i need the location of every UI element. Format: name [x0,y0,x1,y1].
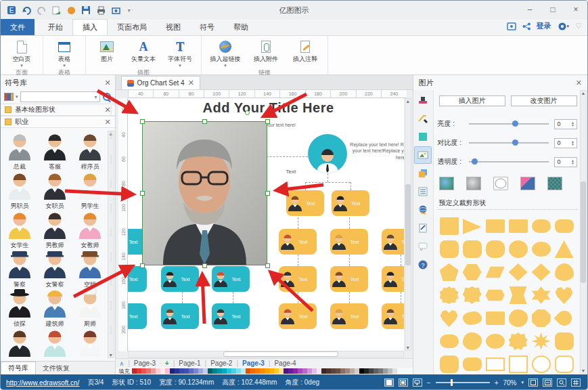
transparency-spinbox[interactable]: 0▲▼ [554,157,577,167]
presentation-view-button[interactable] [413,378,422,387]
crop-shape-flower[interactable] [463,286,482,304]
tab-symbols[interactable]: 符号 [190,19,224,35]
color-swatch[interactable] [298,368,302,374]
crop-shape-star6[interactable] [532,286,551,304]
diagram-title[interactable]: Add Your Title Here [187,100,350,116]
vector-text-button[interactable]: A 矢量文本 [127,37,160,64]
page-selector[interactable]: Page-3 [134,360,156,367]
color-swatch[interactable] [165,368,170,374]
color-swatch[interactable] [355,368,359,374]
org-chart-node[interactable]: Text [212,303,250,329]
redo-button[interactable] [36,5,47,16]
canvas-horizontal-scrollbar[interactable] [128,351,404,358]
org-chart-node[interactable]: Text [279,229,317,255]
minimize-button[interactable]: – [518,1,541,18]
org-chart-node[interactable]: Text [330,303,368,329]
crop-shape-rect[interactable] [509,219,528,233]
color-swatch[interactable] [383,368,388,374]
selection-rotate-handle[interactable] [245,110,250,115]
page-tab-page-3[interactable]: Page-3 [242,360,265,367]
crop-shape-circle[interactable] [509,240,528,258]
org-chart-node[interactable]: Text [128,303,147,329]
contrast-spinbox[interactable]: 0▲▼ [554,138,577,148]
selection-handle[interactable] [265,263,270,268]
insert-picture-button[interactable]: 插入图片 [439,95,505,106]
color-swatch[interactable] [293,368,298,374]
sync-button[interactable] [66,5,76,16]
color-swatch[interactable] [156,368,160,374]
maximize-button[interactable]: □ [541,1,564,18]
symbol-item[interactable]: 男教师 [37,209,72,248]
org-chart-node[interactable]: Text [161,266,199,292]
selection-handle[interactable] [140,191,145,196]
crop-shape-hex-wide[interactable] [486,286,505,304]
selection-handle[interactable] [140,263,145,268]
crop-shape-round-square[interactable] [440,240,459,258]
layers-icon[interactable] [414,165,432,182]
settings-gear-icon[interactable]: ▾ [558,22,570,31]
pan-grid-button[interactable] [571,378,581,387]
color-swatch[interactable] [388,368,392,374]
org-chart-node[interactable]: Text [128,266,147,292]
login-link[interactable]: 登录 [537,21,551,31]
color-swatch[interactable] [170,368,175,374]
symbol-item[interactable]: 程序员 [72,131,108,170]
symbol-item[interactable]: 侦探 [2,288,37,327]
insert-comment-button[interactable]: 插入注释 [287,37,323,64]
section-close-icon[interactable]: ✕ [104,118,110,127]
fit-window-button[interactable] [528,378,538,387]
color-swatch[interactable] [137,368,141,374]
color-swatch[interactable] [184,368,189,374]
brightness-spinbox[interactable]: 0▲▼ [554,119,577,129]
crop-shape-round-rect[interactable] [463,358,482,371]
fill-color-icon[interactable] [414,128,432,146]
zoom-dropdown-icon[interactable]: ▾ [521,380,524,385]
crop-shape-parallelogram[interactable] [486,263,505,281]
crop-shape-badge[interactable] [509,332,528,350]
color-swatch[interactable] [340,368,345,374]
color-swatch[interactable] [374,368,378,374]
tab-help[interactable]: 帮助 [224,19,258,35]
crop-shape-outline-rect[interactable] [486,358,505,371]
format-painter-icon[interactable] [414,91,432,109]
color-swatch[interactable] [302,368,307,374]
org-chart-node[interactable]: Text [286,190,324,216]
document-tab[interactable]: Org Chart Set 4 ✕ [121,76,200,89]
color-swatch[interactable] [288,368,293,374]
crop-shape-heart[interactable] [555,286,574,304]
zoom-level[interactable]: 70% [503,379,516,387]
color-swatch[interactable] [331,368,336,374]
color-swatch[interactable] [189,368,194,374]
contrast-slider[interactable] [469,142,549,144]
undo-button[interactable] [21,5,32,16]
crop-shape-hexagon[interactable] [463,263,482,281]
normal-view-button[interactable] [384,378,394,387]
print-button[interactable] [95,5,106,16]
close-button[interactable]: × [564,1,587,18]
color-swatch[interactable] [146,368,151,374]
page-tab-page-2[interactable]: Page-2 [210,360,232,367]
symbol-item[interactable]: 女教师 [72,209,108,248]
symbol-item[interactable] [2,327,37,358]
crop-shape-heart[interactable] [440,309,459,327]
color-swatch[interactable] [246,368,250,374]
document-tab-close-icon[interactable]: ✕ [188,79,194,87]
color-swatch[interactable] [279,368,284,374]
org-chart-node[interactable]: Text [279,266,317,292]
symbol-item[interactable]: 警察 [2,248,37,288]
symbol-item[interactable]: 女学生 [2,209,37,248]
crop-shape-blob[interactable] [463,332,482,350]
crop-shape-octagon[interactable] [532,309,551,327]
insert-attachment-button[interactable]: 插入附件 [248,37,284,64]
placeholder-text[interactable]: Replace your text here! Re your text her… [350,142,404,160]
node-label[interactable]: Text [286,169,296,175]
crop-shape-pill[interactable] [440,334,459,348]
color-swatch[interactable] [198,368,203,374]
color-swatch[interactable] [203,368,208,374]
color-swatch[interactable] [255,368,260,374]
color-swatch[interactable] [222,368,227,374]
crop-shape-pentagon[interactable] [440,263,459,281]
effect-mosaic-thumbnail[interactable] [547,177,562,190]
color-swatch[interactable] [269,368,274,374]
library-dropdown-icon[interactable]: ▾ [16,94,18,100]
